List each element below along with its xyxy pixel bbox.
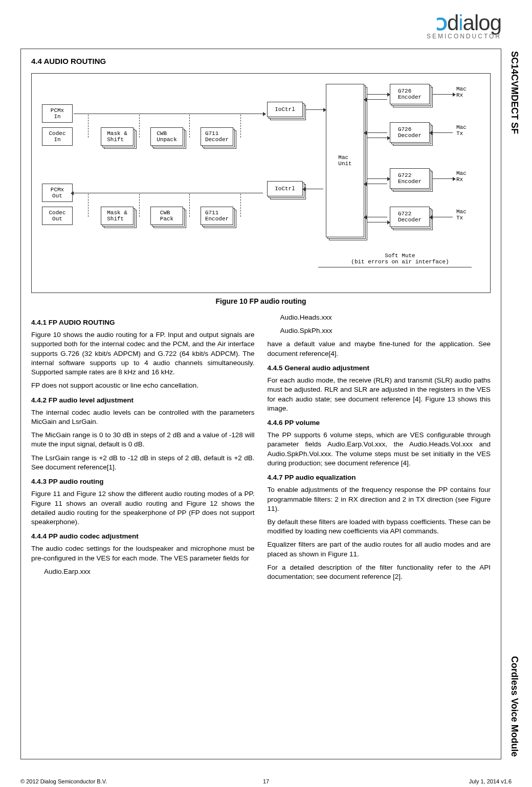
block-g711-enc: G711 Encoder (201, 207, 233, 225)
h-441: 4.4.1 FP AUDIO ROUTING (31, 318, 255, 327)
col-left: 4.4.1 FP AUDIO ROUTING Figure 10 shows t… (31, 313, 255, 586)
block-mask-shift-bot: Mask & Shift (101, 207, 134, 225)
dashed (88, 194, 88, 217)
p-443: Figure 11 and Figure 12 show the differe… (31, 489, 255, 527)
p-447d: For a detailed description of the filter… (268, 563, 491, 581)
h-445: 4.4.5 General audio adjustment (268, 364, 491, 373)
h-442: 4.4.2 FP audio level adjustment (31, 396, 255, 405)
arrow (367, 217, 387, 217)
arrow (432, 94, 453, 95)
dashed (240, 115, 241, 138)
arrow (367, 99, 387, 100)
arrow (367, 184, 387, 184)
content-frame: 4.4 AUDIO ROUTING PCMx In Codec In PCMx … (20, 49, 501, 759)
dashed (139, 115, 140, 138)
page-footer: © 2012 Dialog Semiconductor B.V. 17 July… (20, 778, 512, 784)
arrow (432, 178, 453, 179)
block-g722-dec: G722 Decoder (390, 207, 430, 227)
block-codec-out: Codec Out (42, 207, 73, 225)
p-441b: FP does not support acoustic or line ech… (31, 381, 255, 390)
h-446: 4.4.6 PP volume (268, 418, 491, 428)
arrow (432, 132, 453, 133)
p-447b: By default these filters are loaded with… (268, 518, 491, 536)
p-446: The PP supports 6 volume steps, which ar… (268, 431, 491, 468)
p-445: For each audio mode, the receive (RLR) a… (268, 376, 491, 413)
brand-logo: ɔdialog SEMICONDUCTOR (427, 10, 501, 40)
block-g722-enc: G722 Encoder (390, 168, 430, 189)
arrow (305, 109, 323, 110)
dashed (189, 115, 190, 138)
arrow (432, 217, 453, 217)
label-mac-tx-2: Mac Tx (456, 209, 467, 221)
h-443: 4.4.3 PP audio routing (31, 477, 255, 486)
label-soft-mute: Soft Mute (bit errors on air interface) (334, 253, 467, 265)
block-mask-shift-top: Mask & Shift (101, 127, 134, 146)
p-444i2: Audio.Heads.xxx (280, 313, 491, 322)
footer-page-num: 17 (263, 778, 269, 784)
p-442b: The MicGain range is 0 to 30 dB in steps… (31, 431, 255, 449)
brand-sub: SEMICONDUCTOR (427, 33, 501, 40)
arrow (74, 114, 263, 114)
p-442a: The internal codec audio levels can be c… (31, 408, 255, 426)
doc-module: Cordless Voice Module (509, 656, 520, 757)
page: ɔdialog SEMICONDUCTOR SC14CVMDECT SF Cor… (20, 10, 512, 767)
footer-date-version: July 1, 2014 v1.6 (469, 778, 512, 784)
arrow (305, 189, 323, 189)
right-sidebar: SC14CVMDECT SF Cordless Voice Module (509, 51, 524, 767)
p-444: The audio codec settings for the loudspe… (31, 544, 255, 563)
dashed (189, 194, 190, 217)
p-447c: Equalizer filters are part of the audio … (268, 540, 491, 558)
soft-mute-underline (318, 267, 472, 267)
body-columns: 4.4.1 FP AUDIO ROUTING Figure 10 shows t… (31, 313, 491, 586)
block-codec-in: Codec In (42, 127, 73, 146)
p-447a: To enable adjustments of the frequency r… (268, 485, 491, 513)
p-442c: The LsrGain range is +2 dB to -12 dB in … (31, 454, 255, 472)
block-g726-dec: G726 Decoder (390, 122, 430, 143)
h-444: 4.4.4 PP audio codec adjustment (31, 532, 255, 541)
arrow (74, 193, 263, 193)
p-444i3: Audio.SpkPh.xxx (280, 326, 491, 335)
block-g726-enc: G726 Encoder (390, 84, 430, 104)
doc-code: SC14CVMDECT SF (509, 51, 520, 134)
footer-copyright: © 2012 Dialog Semiconductor B.V. (20, 778, 107, 784)
block-g711-dec: G711 Decoder (201, 127, 233, 146)
label-mac-rx-2: Mac Rx (456, 170, 467, 183)
arrow (367, 222, 387, 222)
arrow (367, 178, 387, 179)
label-mac-rx-1: Mac Rx (456, 86, 467, 98)
arrow (367, 138, 387, 138)
dashed (240, 194, 241, 217)
block-mac-unit: Mac Unit (326, 84, 364, 237)
arrow (367, 132, 387, 133)
p-444i1: Audio.Earp.xxx (44, 567, 255, 576)
figure-caption: Figure 10 FP audio routing (31, 297, 491, 305)
h-447: 4.4.7 PP audio equalization (268, 473, 491, 482)
arrow (367, 94, 387, 95)
section-title: 4.4 AUDIO ROUTING (31, 57, 491, 65)
block-ioctrl-top: IoCtrl (267, 102, 303, 117)
block-cwb-unpack: CWB Unpack (150, 127, 183, 146)
col-right: Audio.Heads.xxx Audio.SpkPh.xxx have a d… (268, 313, 491, 586)
block-pcmx-out: PCMx Out (42, 184, 73, 202)
dashed (88, 115, 88, 138)
block-cwb-pack: CWB Pack (150, 207, 183, 225)
p-441: Figure 10 shows the audio routing for a … (31, 330, 255, 377)
block-ioctrl-bot: IoCtrl (267, 181, 303, 196)
block-pcmx-in: PCMx In (42, 104, 73, 123)
dashed (139, 194, 140, 217)
label-mac-tx-1: Mac Tx (456, 124, 467, 137)
p-444b: have a default value and maybe fine-tune… (268, 340, 491, 358)
figure-diagram: PCMx In Codec In PCMx Out Codec Out Mask… (31, 73, 491, 293)
